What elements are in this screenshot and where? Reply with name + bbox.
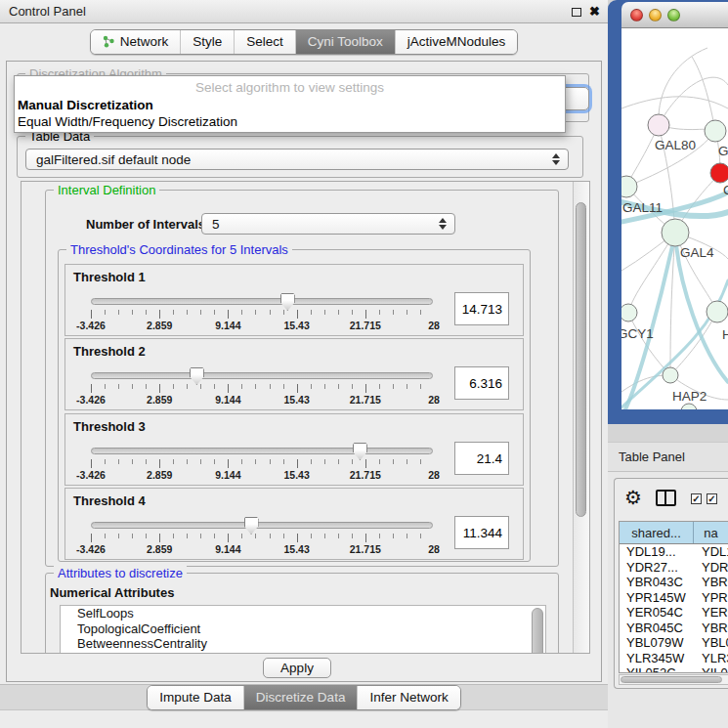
network-window-titlebar[interactable] xyxy=(621,2,728,28)
node-hap2[interactable] xyxy=(663,367,678,383)
close-traffic-light-icon[interactable] xyxy=(630,9,643,21)
algorithm-option-equal-width[interactable]: Equal Width/Frequency Discretization xyxy=(15,113,565,130)
node-top-right[interactable] xyxy=(705,120,726,142)
tab-select[interactable]: Select xyxy=(234,30,295,54)
list-scrollbar[interactable] xyxy=(532,608,543,654)
attributes-group: Attributes to discretize Numerical Attri… xyxy=(45,573,559,654)
table-row[interactable]: YBR043CYBR04 xyxy=(620,575,728,590)
node-label: HAP2 xyxy=(672,389,707,404)
table-row[interactable]: YBR045CYBR04 xyxy=(620,621,728,636)
column-header-shared-name[interactable]: shared... xyxy=(620,522,694,543)
table-data-combobox[interactable]: galFiltered.sif default node xyxy=(25,149,569,170)
threshold-4-label: Threshold 4 xyxy=(73,493,146,508)
table-row[interactable]: YIL052CYIL05 xyxy=(620,665,728,673)
list-item[interactable]: TopologicalCoefficient xyxy=(61,621,545,637)
threshold-3-box: Threshold 3 -3.426 2.859 9.144 15.43 21.… xyxy=(64,413,524,486)
tab-infer-network[interactable]: Infer Network xyxy=(357,686,459,709)
threshold-2-value-field[interactable]: 6.316 xyxy=(454,366,509,400)
tab-impute-data[interactable]: Impute Data xyxy=(148,686,243,709)
column-header-name[interactable]: na xyxy=(694,522,728,543)
node-gcy1[interactable] xyxy=(621,304,637,321)
node-gal11[interactable] xyxy=(621,176,637,197)
threshold-3-slider[interactable] xyxy=(91,448,433,454)
node-gal4[interactable] xyxy=(662,219,689,246)
cyni-toolbox-content: Discretization Algorithm Select algorith… xyxy=(6,61,602,682)
threshold-2-scale: -3.426 2.859 9.144 15.43 21.715 28 xyxy=(91,394,434,407)
float-window-icon[interactable] xyxy=(572,8,581,17)
number-of-intervals-spinner[interactable]: 5 xyxy=(201,213,455,235)
threshold-1-slider-thumb[interactable] xyxy=(280,293,295,311)
threshold-4-slider-thumb[interactable] xyxy=(244,517,259,535)
threshold-1-label: Threshold 1 xyxy=(73,270,146,284)
number-of-intervals-value: 5 xyxy=(212,217,220,232)
tab-network[interactable]: Network xyxy=(91,30,181,54)
interval-definition-title: Interval Definition xyxy=(54,183,159,197)
number-of-intervals-label: Number of Intervals xyxy=(86,217,205,232)
combo-arrows-icon xyxy=(552,153,560,165)
bottom-tab-bar: Impute Data Discretize Data Infer Networ… xyxy=(0,684,608,710)
algorithm-option-manual[interactable]: Manual Discretization xyxy=(15,97,565,113)
threshold-1-slider[interactable] xyxy=(91,298,433,305)
table-horizontal-scrollbar[interactable] xyxy=(619,674,728,685)
node-label: C xyxy=(723,183,728,197)
threshold-3-ticks xyxy=(91,459,434,468)
numerical-attributes-label: Numerical Attributes xyxy=(50,585,174,600)
zoom-traffic-light-icon[interactable] xyxy=(667,9,680,21)
threshold-4-box: Threshold 4 -3.426 2.859 9.144 21.715 15… xyxy=(64,488,524,560)
node-label: G xyxy=(718,144,728,158)
node-label: GAL4 xyxy=(680,245,714,260)
network-icon xyxy=(103,35,115,48)
checkbox-icon[interactable]: ✓ xyxy=(691,493,702,504)
table-row[interactable]: YDL19...YDL19 xyxy=(620,544,728,560)
table-row[interactable]: YDR27...YDR27 xyxy=(620,560,728,576)
scrollbar-thumb[interactable] xyxy=(576,202,586,517)
control-panel: Control Panel ✖ Network Style Select Cyn… xyxy=(0,0,608,728)
columns-icon[interactable] xyxy=(656,490,676,506)
checkbox-icon[interactable]: ✓ xyxy=(707,493,717,504)
node-table[interactable]: shared... na YDL19...YDL19 YDR27...YDR27… xyxy=(619,521,728,673)
thresholds-group-title: Threshold's Coordinates for 5 Intervals xyxy=(66,242,292,257)
table-row[interactable]: YLR345WYLR34 xyxy=(620,651,728,666)
threshold-1-value-field[interactable]: 14.713 xyxy=(454,292,509,325)
threshold-3-slider-thumb[interactable] xyxy=(353,443,367,460)
node-right[interactable] xyxy=(707,301,728,322)
spinner-arrows-icon xyxy=(439,218,447,230)
network-nodes[interactable] xyxy=(621,114,728,409)
settings-vertical-scrollbar[interactable] xyxy=(573,182,589,653)
node-gal80[interactable] xyxy=(648,114,669,136)
node-bottom[interactable] xyxy=(681,404,697,409)
threshold-1-ticks xyxy=(91,310,434,319)
tab-jactivemnodules[interactable]: jActiveMNodules xyxy=(395,30,518,54)
table-header-row: shared... na xyxy=(620,522,728,544)
close-icon[interactable]: ✖ xyxy=(589,7,600,17)
gear-icon[interactable]: ⚙ xyxy=(624,486,642,509)
list-item[interactable]: BetweennessCentrality xyxy=(61,636,545,652)
tab-discretize-data[interactable]: Discretize Data xyxy=(243,686,358,709)
tab-cyni-toolbox[interactable]: Cyni Toolbox xyxy=(295,30,395,54)
threshold-2-label: Threshold 2 xyxy=(73,344,146,359)
threshold-4-slider[interactable] xyxy=(91,522,433,529)
algorithm-popup-hint: Select algorithm to view settings xyxy=(15,76,565,97)
threshold-3-label: Threshold 3 xyxy=(73,419,146,434)
thresholds-group: Threshold's Coordinates for 5 Intervals … xyxy=(58,249,531,562)
minimize-traffic-light-icon[interactable] xyxy=(649,9,662,21)
table-row[interactable]: YER054CYER05 xyxy=(620,605,728,621)
threshold-2-slider[interactable] xyxy=(91,372,433,379)
control-panel-titlebar: Control Panel ✖ xyxy=(0,0,608,23)
table-row[interactable]: YBL079WYBL07 xyxy=(620,635,728,651)
numerical-attributes-list[interactable]: SelfLoops TopologicalCoefficient Between… xyxy=(60,605,546,654)
top-tab-bar: Network Style Select Cyni Toolbox jActiv… xyxy=(0,29,608,55)
apply-button[interactable]: Apply xyxy=(263,658,331,678)
threshold-4-scale: -3.426 2.859 9.144 21.715 15.43 28 xyxy=(91,543,434,556)
threshold-3-value-field[interactable]: 21.4 xyxy=(454,442,509,475)
threshold-2-slider-thumb[interactable] xyxy=(190,367,204,385)
node-selected-red[interactable] xyxy=(710,163,728,183)
list-item[interactable]: SelfLoops xyxy=(61,606,545,621)
tab-style[interactable]: Style xyxy=(180,30,234,54)
threshold-4-ticks xyxy=(91,534,434,542)
threshold-4-value-field[interactable]: 11.344 xyxy=(454,516,509,549)
table-row[interactable]: YPR145WYPR14 xyxy=(620,590,728,606)
network-canvas[interactable]: GAL80 G GAL11 C GAL4 GCY1 H HAP2 xyxy=(621,28,728,409)
attributes-group-title: Attributes to discretize xyxy=(54,566,187,580)
scrollbar-thumb[interactable] xyxy=(621,676,722,683)
